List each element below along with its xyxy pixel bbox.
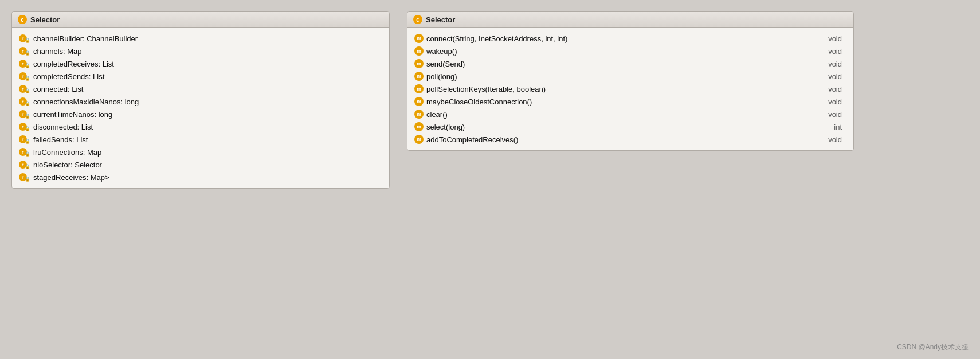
return-type: void	[828, 97, 846, 106]
method-icon: m	[414, 72, 424, 81]
field-icon: f 🔒	[19, 173, 30, 182]
method-name: addToCompletedReceives()	[426, 135, 518, 144]
field-name: connectionsMaxIdleNanos: long	[33, 97, 139, 106]
field-icon: f 🔒	[19, 59, 30, 68]
field-row[interactable]: f 🔒 channelBuilder: ChannelBuilder	[12, 32, 389, 45]
field-row[interactable]: f 🔒 lruConnections: Map	[12, 146, 389, 158]
field-name: channelBuilder: ChannelBuilder	[33, 34, 138, 43]
method-row[interactable]: m maybeCloseOldestConnection() void	[407, 95, 853, 108]
return-type: int	[834, 123, 846, 131]
method-name: select(long)	[426, 123, 465, 131]
return-type: void	[828, 135, 846, 144]
watermark: CSDN @Andy技术支援	[897, 342, 969, 352]
return-type: void	[828, 47, 846, 56]
method-icon: m	[414, 59, 424, 68]
class-icon-left: c	[18, 15, 27, 24]
method-row[interactable]: m poll(long) void	[407, 70, 853, 83]
field-name: lruConnections: Map	[33, 148, 101, 157]
method-name: poll(long)	[426, 72, 457, 81]
field-name: nioSelector: Selector	[33, 161, 102, 169]
right-panel-header: c Selector	[407, 12, 853, 28]
field-icon: f 🔒	[19, 160, 30, 169]
field-name: failedSends: List	[33, 135, 88, 144]
right-panel: c Selector m connect(String, InetSocketA…	[407, 11, 854, 151]
field-name: connected: List	[33, 85, 83, 93]
method-name: send(Send)	[426, 60, 465, 68]
field-row[interactable]: f 🔒 stagedReceives: Map>	[12, 171, 389, 184]
field-icon: f 🔒	[19, 46, 30, 56]
right-panel-body: m connect(String, InetSocketAddress, int…	[407, 28, 853, 150]
method-name: connect(String, InetSocketAddress, int, …	[426, 34, 567, 43]
field-icon: f 🔒	[19, 135, 30, 144]
field-row[interactable]: f 🔒 failedSends: List	[12, 133, 389, 146]
method-row[interactable]: m send(Send) void	[407, 57, 853, 70]
field-name: completedReceives: List	[33, 60, 114, 68]
field-name: completedSends: List	[33, 72, 104, 81]
return-type: void	[828, 85, 846, 93]
field-icon: f 🔒	[19, 122, 30, 131]
class-icon-right: c	[413, 15, 422, 24]
left-panel-title: Selector	[30, 15, 60, 24]
method-row[interactable]: m connect(String, InetSocketAddress, int…	[407, 32, 853, 45]
field-name: channels: Map	[33, 47, 82, 56]
left-panel: c Selector f 🔒 channelBuilder: ChannelBu…	[11, 11, 390, 189]
left-panel-header: c Selector	[12, 12, 389, 28]
method-row[interactable]: m wakeup() void	[407, 45, 853, 57]
field-icon: f 🔒	[19, 97, 30, 106]
return-type: void	[828, 34, 846, 43]
method-icon: m	[414, 110, 424, 119]
field-row[interactable]: f 🔒 connected: List	[12, 83, 389, 95]
right-panel-title: Selector	[426, 15, 455, 24]
method-icon: m	[414, 122, 424, 131]
method-name: maybeCloseOldestConnection()	[426, 97, 532, 106]
field-icon: f 🔒	[19, 147, 30, 157]
method-icon: m	[414, 135, 424, 144]
method-row[interactable]: m addToCompletedReceives() void	[407, 133, 853, 146]
method-name: wakeup()	[426, 47, 457, 56]
left-panel-body: f 🔒 channelBuilder: ChannelBuilder f 🔒 c…	[12, 28, 389, 188]
method-icon: m	[414, 84, 424, 93]
field-name: stagedReceives: Map>	[33, 173, 109, 182]
method-row[interactable]: m select(long) int	[407, 120, 853, 133]
return-type: void	[828, 60, 846, 68]
return-type: void	[828, 72, 846, 81]
method-icon: m	[414, 34, 424, 43]
field-icon: f 🔒	[19, 34, 30, 43]
field-row[interactable]: f 🔒 currentTimeNanos: long	[12, 108, 389, 120]
method-icon: m	[414, 97, 424, 106]
method-row[interactable]: m clear() void	[407, 108, 853, 120]
method-name: clear()	[426, 110, 448, 119]
method-icon: m	[414, 46, 424, 56]
field-icon: f 🔒	[19, 84, 30, 93]
field-name: disconnected: List	[33, 123, 93, 131]
field-row[interactable]: f 🔒 completedSends: List	[12, 70, 389, 83]
method-name: pollSelectionKeys(Iterable, boolean)	[426, 85, 546, 93]
method-row[interactable]: m pollSelectionKeys(Iterable, boolean) v…	[407, 83, 853, 95]
field-name: currentTimeNanos: long	[33, 110, 112, 119]
field-row[interactable]: f 🔒 connectionsMaxIdleNanos: long	[12, 95, 389, 108]
field-row[interactable]: f 🔒 channels: Map	[12, 45, 389, 57]
return-type: void	[828, 110, 846, 119]
field-row[interactable]: f 🔒 disconnected: List	[12, 120, 389, 133]
field-icon: f 🔒	[19, 72, 30, 81]
field-row[interactable]: f 🔒 nioSelector: Selector	[12, 158, 389, 171]
field-icon: f 🔒	[19, 110, 30, 119]
field-row[interactable]: f 🔒 completedReceives: List	[12, 57, 389, 70]
